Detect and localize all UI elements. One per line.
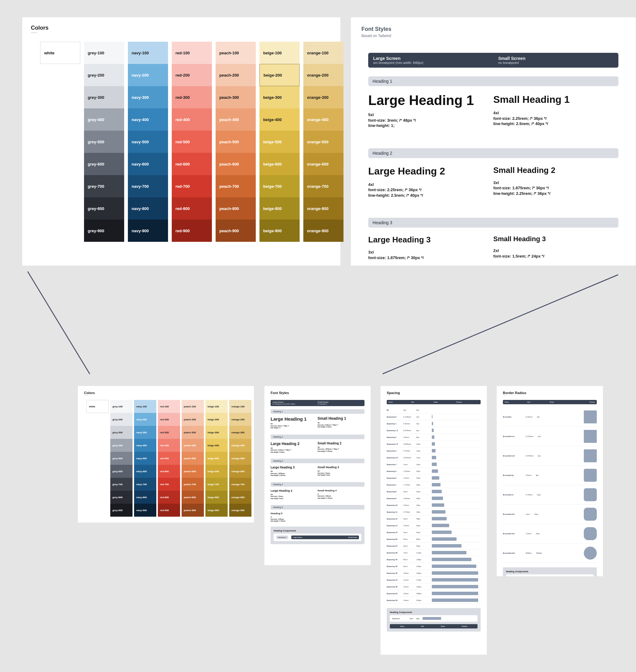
swatch-orange-800[interactable]: orange-800 (303, 197, 343, 220)
swatch-navy-200[interactable]: navy-200 (128, 64, 168, 86)
swatch-orange-400[interactable]: orange-400 (229, 439, 252, 452)
swatch-peach-100[interactable]: peach-100 (182, 400, 204, 413)
swatch-beige-500[interactable]: beige-500 (259, 130, 300, 153)
swatch-peach-900[interactable]: peach-900 (216, 220, 256, 242)
swatch-red-700[interactable]: red-700 (172, 175, 212, 197)
swatch-orange-300[interactable]: orange-300 (303, 86, 343, 108)
swatch-navy-400[interactable]: navy-400 (134, 439, 156, 452)
swatch-red-800[interactable]: red-800 (172, 197, 212, 220)
swatch-navy-700[interactable]: navy-700 (128, 175, 168, 197)
swatch-orange-100[interactable]: orange-100 (303, 42, 343, 64)
swatch-orange-100[interactable]: orange-100 (229, 400, 252, 413)
swatch-navy-100[interactable]: navy-100 (128, 42, 168, 64)
thumb-colors[interactable]: Colors whitegrey-100grey-200grey-300grey… (78, 386, 254, 523)
swatch-peach-200[interactable]: peach-200 (182, 413, 204, 426)
swatch-beige-600[interactable]: beige-600 (205, 465, 227, 478)
swatch-peach-700[interactable]: peach-700 (182, 478, 204, 491)
swatch-grey-300[interactable]: grey-300 (84, 86, 124, 108)
swatch-red-200[interactable]: red-200 (172, 64, 212, 86)
swatch-beige-400[interactable]: beige-400 (259, 108, 300, 130)
swatch-beige-300[interactable]: beige-300 (259, 86, 300, 108)
swatch-peach-300[interactable]: peach-300 (182, 426, 204, 439)
swatch-peach-600[interactable]: peach-600 (216, 153, 256, 175)
swatch-navy-300[interactable]: navy-300 (134, 426, 156, 439)
swatch-grey-800[interactable]: grey-800 (110, 491, 133, 504)
swatch-orange-700[interactable]: orange-700 (303, 175, 343, 197)
swatch-orange-300[interactable]: orange-300 (229, 426, 252, 439)
swatch-navy-900[interactable]: navy-900 (128, 220, 168, 242)
swatch-orange-900[interactable]: orange-900 (303, 220, 343, 242)
swatch-red-900[interactable]: red-900 (158, 504, 180, 517)
thumb-spacing[interactable]: Spacing Name Size Pixels Preview $00px0p… (381, 386, 487, 655)
swatch-peach-200[interactable]: peach-200 (216, 64, 256, 86)
swatch-grey-700[interactable]: grey-700 (110, 478, 133, 491)
swatch-peach-600[interactable]: peach-600 (182, 465, 204, 478)
swatch-beige-400[interactable]: beige-400 (205, 439, 227, 452)
swatch-peach-500[interactable]: peach-500 (182, 452, 204, 465)
swatch-red-100[interactable]: red-100 (172, 42, 212, 64)
swatch-grey-500[interactable]: grey-500 (110, 452, 133, 465)
swatch-red-300[interactable]: red-300 (158, 426, 180, 439)
swatch-orange-900[interactable]: orange-900 (229, 504, 252, 517)
swatch-grey-100[interactable]: grey-100 (110, 400, 133, 413)
swatch-red-600[interactable]: red-600 (172, 153, 212, 175)
swatch-grey-400[interactable]: grey-400 (110, 439, 133, 452)
swatch-peach-800[interactable]: peach-800 (216, 197, 256, 220)
swatch-navy-700[interactable]: navy-700 (134, 478, 156, 491)
swatch-beige-600[interactable]: beige-600 (259, 153, 300, 175)
swatch-navy-900[interactable]: navy-900 (134, 504, 156, 517)
swatch-beige-200[interactable]: beige-200 (205, 413, 227, 426)
swatch-beige-200[interactable]: beige-200 (259, 64, 300, 86)
swatch-orange-600[interactable]: orange-600 (229, 465, 252, 478)
swatch-navy-500[interactable]: navy-500 (134, 452, 156, 465)
swatch-navy-600[interactable]: navy-600 (128, 153, 168, 175)
swatch-navy-800[interactable]: navy-800 (134, 491, 156, 504)
swatch-navy-200[interactable]: navy-200 (134, 413, 156, 426)
swatch-orange-500[interactable]: orange-500 (229, 452, 252, 465)
swatch-red-200[interactable]: red-200 (158, 413, 180, 426)
swatch-orange-800[interactable]: orange-800 (229, 491, 252, 504)
swatch-beige-900[interactable]: beige-900 (259, 220, 300, 242)
swatch-navy-300[interactable]: navy-300 (128, 86, 168, 108)
swatch-red-400[interactable]: red-400 (158, 439, 180, 452)
swatch-orange-700[interactable]: orange-700 (229, 478, 252, 491)
swatch-white[interactable]: white (40, 42, 80, 64)
swatch-grey-700[interactable]: grey-700 (84, 175, 124, 197)
swatch-orange-400[interactable]: orange-400 (303, 108, 343, 130)
swatch-red-100[interactable]: red-100 (158, 400, 180, 413)
swatch-orange-200[interactable]: orange-200 (229, 413, 252, 426)
swatch-grey-500[interactable]: grey-500 (84, 130, 124, 153)
swatch-peach-500[interactable]: peach-500 (216, 130, 256, 153)
swatch-peach-300[interactable]: peach-300 (216, 86, 256, 108)
swatch-peach-900[interactable]: peach-900 (182, 504, 204, 517)
swatch-orange-500[interactable]: orange-500 (303, 130, 343, 153)
swatch-red-600[interactable]: red-600 (158, 465, 180, 478)
swatch-peach-100[interactable]: peach-100 (216, 42, 256, 64)
swatch-navy-600[interactable]: navy-600 (134, 465, 156, 478)
swatch-grey-200[interactable]: grey-200 (110, 413, 133, 426)
swatch-navy-400[interactable]: navy-400 (128, 108, 168, 130)
swatch-beige-800[interactable]: beige-800 (259, 197, 300, 220)
swatch-navy-500[interactable]: navy-500 (128, 130, 168, 153)
swatch-red-500[interactable]: red-500 (172, 130, 212, 153)
swatch-beige-100[interactable]: beige-100 (259, 42, 300, 64)
swatch-grey-200[interactable]: grey-200 (84, 64, 124, 86)
swatch-red-400[interactable]: red-400 (172, 108, 212, 130)
swatch-peach-800[interactable]: peach-800 (182, 491, 204, 504)
swatch-beige-800[interactable]: beige-800 (205, 491, 227, 504)
swatch-red-900[interactable]: red-900 (172, 220, 212, 242)
swatch-beige-700[interactable]: beige-700 (205, 478, 227, 491)
swatch-grey-100[interactable]: grey-100 (84, 42, 124, 64)
swatch-red-300[interactable]: red-300 (172, 86, 212, 108)
thumb-radius[interactable]: Border Radius Name Size Pixels Preview $… (497, 386, 603, 576)
swatch-red-700[interactable]: red-700 (158, 478, 180, 491)
swatch-grey-900[interactable]: grey-900 (84, 220, 124, 242)
swatch-navy-100[interactable]: navy-100 (134, 400, 156, 413)
swatch-red-800[interactable]: red-800 (158, 491, 180, 504)
swatch-peach-400[interactable]: peach-400 (182, 439, 204, 452)
swatch-grey-400[interactable]: grey-400 (84, 108, 124, 130)
swatch-grey-900[interactable]: grey-900 (110, 504, 133, 517)
swatch-beige-900[interactable]: beige-900 (205, 504, 227, 517)
swatch-white[interactable]: white (86, 400, 109, 413)
swatch-beige-700[interactable]: beige-700 (259, 175, 300, 197)
